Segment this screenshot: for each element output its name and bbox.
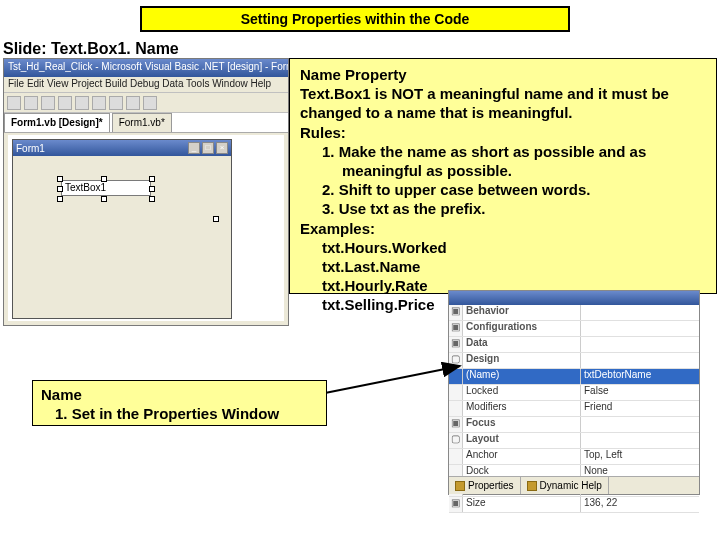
vs-menubar[interactable]: File Edit View Project Build Debug Data … [4, 77, 288, 93]
collapse-icon[interactable]: ▢ [449, 353, 463, 368]
tool-icon[interactable] [75, 96, 89, 110]
svg-line-1 [310, 366, 460, 396]
notes-line: changed to a name that is meaningful. [300, 103, 706, 122]
selection-handle[interactable] [213, 216, 219, 222]
form-caption: Form1 [16, 143, 45, 154]
close-icon[interactable]: × [216, 142, 228, 154]
callout-line: Name [41, 386, 318, 405]
tab-dynamic-help[interactable]: Dynamic Help [521, 477, 609, 494]
vs-document-tabs[interactable]: Form1.vb [Design]* Form1.vb* [4, 113, 288, 133]
tool-icon[interactable] [109, 96, 123, 110]
selection-handle[interactable] [101, 176, 107, 182]
tool-icon[interactable] [92, 96, 106, 110]
slide-page: Setting Properties within the Code Slide… [0, 0, 720, 540]
prop-category: ▣Configurations [449, 321, 699, 337]
visual-studio-window: Tst_Hd_Real_Click - Microsoft Visual Bas… [3, 58, 289, 326]
tool-icon[interactable] [143, 96, 157, 110]
tab-design[interactable]: Form1.vb [Design]* [4, 113, 110, 132]
callout-box: Name 1. Set in the Properties Window [32, 380, 327, 426]
prop-category: ▣Behavior [449, 305, 699, 321]
vs-toolbar[interactable] [4, 93, 288, 113]
tool-icon[interactable] [7, 96, 21, 110]
callout-line: 1. Set in the Properties Window [41, 405, 318, 424]
expand-icon[interactable]: ▣ [449, 321, 463, 336]
selection-handle[interactable] [149, 196, 155, 202]
notes-line: Examples: [300, 219, 706, 238]
notes-example: txt.Last.Name [300, 257, 706, 276]
properties-titlebar [449, 291, 699, 305]
collapse-icon[interactable]: ▢ [449, 433, 463, 448]
help-icon [527, 481, 537, 491]
prop-row[interactable]: LockedFalse [449, 385, 699, 401]
properties-window[interactable]: ▣Behavior ▣Configurations ▣Data ▢Design … [448, 290, 700, 495]
notes-box: Name Property Text.Box1 is NOT a meaning… [289, 58, 717, 294]
selection-handle[interactable] [57, 196, 63, 202]
selection-handle[interactable] [57, 176, 63, 182]
form-body-grid[interactable]: TextBox1 [13, 156, 231, 318]
prop-category: ▣Focus [449, 417, 699, 433]
expand-icon[interactable]: ▣ [449, 305, 463, 320]
min-icon[interactable]: _ [188, 142, 200, 154]
expand-icon[interactable]: ▣ [449, 337, 463, 352]
form-titlebar: Form1 _ □ × [13, 140, 231, 156]
tab-code[interactable]: Form1.vb* [112, 113, 172, 132]
tool-icon[interactable] [41, 96, 55, 110]
properties-bottom-tabs[interactable]: Properties Dynamic Help [449, 476, 699, 494]
vs-titlebar: Tst_Hd_Real_Click - Microsoft Visual Bas… [4, 59, 288, 77]
tab-properties[interactable]: Properties [449, 477, 521, 494]
selection-handle[interactable] [57, 186, 63, 192]
max-icon[interactable]: □ [202, 142, 214, 154]
prop-category: ▢Design [449, 353, 699, 369]
prop-category: ▢Layout [449, 433, 699, 449]
prop-category: ▣Data [449, 337, 699, 353]
form-designer[interactable]: Form1 _ □ × TextBox1 [12, 139, 232, 319]
notes-rule: 1. Make the name as short as possible an… [300, 142, 706, 161]
design-surface[interactable]: Form1 _ □ × TextBox1 [8, 135, 284, 321]
expand-icon[interactable]: ▣ [449, 417, 463, 432]
notes-rule: meaningful as possible. [300, 161, 706, 180]
properties-icon [455, 481, 465, 491]
prop-row-name[interactable]: (Name)txtDebtorName [449, 369, 699, 385]
title-text: Setting Properties within the Code [241, 11, 470, 27]
expand-icon[interactable]: ▣ [449, 497, 463, 512]
notes-heading: Name Property [300, 65, 706, 84]
prop-row[interactable]: AnchorTop, Left [449, 449, 699, 465]
textbox-control[interactable]: TextBox1 [61, 180, 151, 196]
selection-handle[interactable] [149, 176, 155, 182]
notes-line: Rules: [300, 123, 706, 142]
title-banner: Setting Properties within the Code [140, 6, 570, 32]
prop-row[interactable]: ▣Size136, 22 [449, 497, 699, 513]
tool-icon[interactable] [24, 96, 38, 110]
tool-icon[interactable] [126, 96, 140, 110]
notes-line: Text.Box1 is NOT a meaningful name and i… [300, 84, 706, 103]
selection-handle[interactable] [101, 196, 107, 202]
tool-icon[interactable] [58, 96, 72, 110]
prop-row[interactable]: ModifiersFriend [449, 401, 699, 417]
notes-rule: 3. Use txt as the prefix. [300, 199, 706, 218]
notes-rule: 2. Shift to upper case between words. [300, 180, 706, 199]
selection-handle[interactable] [149, 186, 155, 192]
slide-label: Slide: Text.Box1. Name [3, 40, 179, 58]
notes-example: txt.Hours.Worked [300, 238, 706, 257]
